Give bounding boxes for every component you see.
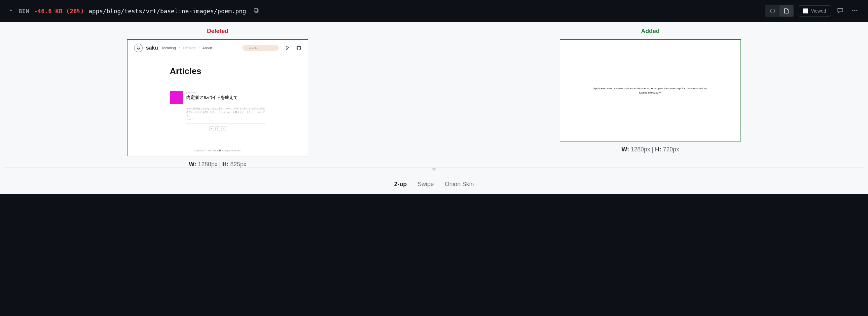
- error-digest: Digest: 879923274: [639, 91, 661, 94]
- pager-current: 1: [215, 126, 220, 131]
- mode-swipe[interactable]: Swipe: [412, 181, 439, 188]
- deleted-label: Deleted: [207, 28, 228, 35]
- article-date: 2024-3-1: [186, 118, 266, 121]
- added-dimensions: W: 1280px | H: 720px: [622, 146, 679, 153]
- error-message: Application error: a server-side excepti…: [593, 87, 707, 90]
- svg-point-5: [286, 49, 287, 50]
- rendered-view-button[interactable]: [779, 5, 793, 17]
- added-label: Added: [641, 28, 659, 35]
- thumb-main: Articles job poem 内定者アルバイトを終えて チーム開発何もわか…: [127, 56, 308, 131]
- article-tags: job poem: [186, 91, 266, 94]
- articles-heading: Articles: [170, 66, 266, 76]
- github-icon: [297, 46, 301, 50]
- viewed-checkbox[interactable]: Viewed: [798, 5, 831, 17]
- added-image[interactable]: Application error: a server-side excepti…: [560, 39, 741, 141]
- svg-point-3: [854, 10, 856, 11]
- nav-techblog: Techblog: [161, 46, 176, 50]
- chevron-down-icon[interactable]: [8, 8, 14, 15]
- slider-track: [3, 168, 865, 176]
- panda-logo-icon: 🐼: [134, 44, 143, 52]
- viewed-label: Viewed: [811, 8, 826, 13]
- nav-lifeblog: Lifeblog: [183, 46, 196, 50]
- view-modes: 2-up Swipe Onion Skin: [3, 176, 865, 194]
- deleted-image[interactable]: 🐼 saku Techblog / Lifeblog / About ⌕ sea…: [127, 39, 308, 156]
- thumb-footer: Copyright © 2024 saku 🐼 All rights reser…: [127, 149, 308, 152]
- article-card: job poem 内定者アルバイトを終えて チーム開発何もわからんだった私が、チ…: [170, 91, 266, 121]
- rss-icon: [285, 46, 290, 50]
- svg-point-4: [856, 10, 858, 11]
- search-icon: ⌕: [246, 47, 247, 50]
- mode-2up[interactable]: 2-up: [389, 181, 412, 188]
- divider: [186, 123, 266, 124]
- article-title: 内定者アルバイトを終えて: [186, 94, 266, 100]
- image-comparison: Deleted 🐼 saku Techblog / Lifeblog / Abo…: [3, 28, 865, 168]
- svg-point-2: [852, 10, 854, 11]
- thumb-header: 🐼 saku Techblog / Lifeblog / About ⌕ sea…: [127, 40, 308, 56]
- deleted-dimensions: W: 1280px | H: 825px: [189, 161, 247, 168]
- comment-icon[interactable]: [835, 5, 845, 17]
- pager-next-icon: ›: [221, 126, 226, 131]
- file-header: BIN -46.6 KB (26%) apps/blog/tests/vrt/b…: [0, 0, 868, 22]
- article-thumbnail: [170, 91, 183, 104]
- mode-onion-skin[interactable]: Onion Skin: [439, 181, 479, 188]
- thumb-search: ⌕ search...: [242, 45, 279, 51]
- bin-label: BIN: [19, 8, 29, 15]
- pager: ‹ 1 ›: [170, 126, 266, 131]
- thumb-brand: saku: [146, 45, 158, 51]
- added-side: Added Application error: a server-side e…: [435, 28, 865, 153]
- article-desc: チーム開発何もわからんだった私が、チームワークを大切にする会社の内定者アルバイト…: [186, 107, 266, 118]
- view-toggle: [765, 5, 794, 17]
- diff-stat: -46.6 KB (26%): [34, 8, 84, 15]
- file-actions: Viewed: [765, 5, 860, 17]
- file-info: BIN -46.6 KB (26%) apps/blog/tests/vrt/b…: [8, 8, 259, 15]
- nav-about: About: [203, 46, 212, 50]
- diff-body: Deleted 🐼 saku Techblog / Lifeblog / Abo…: [0, 22, 868, 194]
- file-path[interactable]: apps/blog/tests/vrt/baseline-images/poem…: [89, 8, 246, 15]
- slider-handle-icon[interactable]: [431, 168, 437, 171]
- copy-icon[interactable]: [253, 8, 259, 15]
- thumb-nav: Techblog / Lifeblog / About: [161, 46, 212, 50]
- pager-prev-icon: ‹: [209, 126, 214, 131]
- kebab-icon[interactable]: [849, 5, 860, 17]
- search-placeholder: search...: [249, 47, 259, 50]
- deleted-side: Deleted 🐼 saku Techblog / Lifeblog / Abo…: [3, 28, 433, 168]
- source-view-button[interactable]: [766, 5, 779, 17]
- viewed-checkbox-input[interactable]: [803, 8, 808, 13]
